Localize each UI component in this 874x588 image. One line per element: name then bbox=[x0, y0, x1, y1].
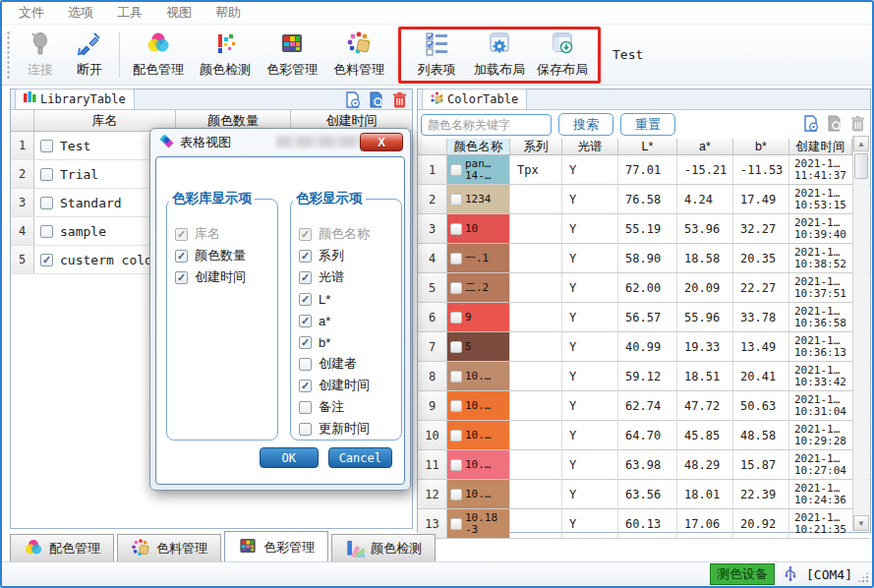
list-items-button[interactable]: 列表项 bbox=[405, 29, 468, 82]
checkbox[interactable] bbox=[175, 228, 188, 241]
dialog-checkbox-item[interactable]: b* bbox=[299, 331, 401, 353]
vertical-scrollbar[interactable]: ▲ ▼ bbox=[852, 136, 869, 531]
color-match-manage-button[interactable]: 配色管理 bbox=[125, 29, 192, 82]
color-row[interactable]: 11 10.… Y 63.98 48.29 15.87 2021-1… 10:2… bbox=[418, 450, 870, 480]
col-a[interactable]: a* bbox=[677, 139, 733, 155]
scroll-down-button[interactable]: ▼ bbox=[853, 515, 869, 531]
checkbox[interactable] bbox=[299, 336, 312, 349]
scroll-thumb[interactable] bbox=[854, 153, 868, 179]
dialog-checkbox-item[interactable]: 光谱 bbox=[299, 266, 401, 288]
colorant-manage-button[interactable]: 色料管理 bbox=[325, 29, 392, 82]
dialog-checkbox-item[interactable]: 颜色名称 bbox=[299, 223, 401, 245]
color-row[interactable]: 8 10.… Y 59.12 18.51 20.41 2021-1… 10:33… bbox=[418, 362, 870, 391]
dialog-checkbox-item[interactable]: L* bbox=[299, 288, 401, 310]
color-row-checkbox[interactable] bbox=[450, 518, 462, 530]
checkbox[interactable] bbox=[299, 315, 312, 327]
add-color-icon[interactable] bbox=[802, 115, 819, 135]
color-row-checkbox[interactable] bbox=[450, 371, 462, 382]
checkbox[interactable] bbox=[299, 358, 312, 371]
checkbox[interactable] bbox=[299, 401, 312, 414]
tab-color-matching[interactable]: 配色管理 bbox=[10, 534, 114, 563]
color-row-checkbox[interactable] bbox=[450, 282, 462, 294]
checkbox[interactable] bbox=[175, 271, 188, 284]
dialog-checkbox-item[interactable]: a* bbox=[299, 310, 401, 331]
dialog-checkbox-item[interactable]: 库名 bbox=[175, 223, 277, 245]
dialog-checkbox-item[interactable]: 系列 bbox=[299, 245, 401, 266]
dialog-checkbox-item[interactable]: 创建者 bbox=[299, 353, 401, 375]
color-row-checkbox[interactable] bbox=[450, 164, 462, 176]
tab-library-table[interactable]: LibraryTable bbox=[15, 88, 135, 109]
color-manage-button[interactable]: 色彩管理 bbox=[259, 29, 325, 82]
delete-library-icon[interactable] bbox=[391, 91, 408, 111]
dialog-titlebar[interactable]: 表格视图 X bbox=[150, 129, 410, 155]
library-row-checkbox[interactable] bbox=[40, 254, 53, 266]
resize-grip[interactable] bbox=[857, 571, 869, 583]
col-spectrum[interactable]: 光谱 bbox=[562, 139, 618, 155]
color-row-checkbox[interactable] bbox=[450, 489, 462, 500]
view-library-icon[interactable] bbox=[368, 91, 384, 111]
menu-item[interactable]: 帮助 bbox=[206, 2, 250, 24]
checkbox[interactable] bbox=[299, 293, 312, 306]
menu-item[interactable]: 文件 bbox=[10, 2, 53, 24]
disconnect-button[interactable]: 断开 bbox=[65, 29, 114, 82]
library-row-checkbox[interactable] bbox=[40, 168, 53, 181]
color-row[interactable]: 10 10.… Y 64.70 45.85 48.58 2021-1… 10:2… bbox=[418, 421, 870, 450]
dialog-checkbox-item[interactable]: 创建时间 bbox=[299, 375, 401, 396]
col-L[interactable]: L* bbox=[618, 139, 677, 155]
cancel-button[interactable]: Cancel bbox=[328, 447, 392, 468]
color-row[interactable]: 13 10.18 -3 Y 60.13 17.06 20.92 2021-1… … bbox=[418, 509, 870, 539]
library-row-checkbox[interactable] bbox=[40, 225, 53, 238]
color-row-checkbox[interactable] bbox=[450, 400, 462, 412]
dialog-checkbox-item[interactable]: 创建时间 bbox=[175, 266, 277, 288]
color-row[interactable]: 4 一.1 Y 58.90 18.58 20.35 2021-1… 10:38:… bbox=[418, 244, 870, 273]
dialog-checkbox-item[interactable]: 颜色数量 bbox=[175, 245, 277, 266]
menu-item[interactable]: 工具 bbox=[108, 2, 151, 24]
checkbox[interactable] bbox=[175, 250, 188, 263]
checkbox[interactable] bbox=[299, 271, 312, 284]
library-row-checkbox[interactable] bbox=[40, 197, 53, 209]
tab-color-manage[interactable]: 色彩管理 bbox=[224, 531, 328, 563]
tab-color-detect[interactable]: 颜色检测 bbox=[331, 534, 436, 563]
menu-item[interactable]: 视图 bbox=[157, 2, 201, 24]
color-row[interactable]: 2 1234 Y 76.58 4.24 17.49 2021-1… 10:53:… bbox=[418, 185, 870, 214]
load-layout-button[interactable]: 加载布局 bbox=[468, 29, 531, 82]
dialog-close-button[interactable]: X bbox=[360, 133, 403, 151]
col-b[interactable]: b* bbox=[733, 139, 789, 155]
ok-button[interactable]: OK bbox=[260, 447, 319, 468]
col-color-name[interactable]: 颜色名称 bbox=[447, 139, 510, 155]
library-row-checkbox[interactable] bbox=[40, 140, 53, 152]
tab-color-table[interactable]: ColorTable bbox=[422, 88, 527, 109]
search-button[interactable]: 搜索 bbox=[558, 113, 613, 136]
checkbox[interactable] bbox=[299, 250, 312, 263]
color-row-checkbox[interactable] bbox=[450, 459, 462, 471]
color-row[interactable]: 9 10.… Y 62.74 47.72 50.63 2021-1… 10:31… bbox=[418, 391, 870, 421]
color-row-checkbox[interactable] bbox=[450, 194, 462, 206]
col-created[interactable]: 创建时间 bbox=[789, 139, 852, 155]
checkbox[interactable] bbox=[299, 228, 312, 241]
scroll-up-button[interactable]: ▲ bbox=[853, 136, 869, 151]
toolbar-grip[interactable] bbox=[6, 30, 12, 80]
color-row-checkbox[interactable] bbox=[450, 341, 462, 353]
tab-colorant-manage[interactable]: 色料管理 bbox=[117, 534, 221, 563]
dialog-checkbox-item[interactable]: 更新时间 bbox=[299, 418, 401, 440]
save-layout-button[interactable]: 保存布局 bbox=[531, 29, 594, 82]
color-row[interactable]: 3 10 Y 55.19 53.96 32.27 2021-1… 10:39:4… bbox=[418, 214, 870, 244]
color-detect-button[interactable]: 颜色检测 bbox=[192, 29, 259, 82]
color-row[interactable]: 5 二.2 Y 62.00 20.09 22.27 2021-1… 10:37:… bbox=[418, 273, 870, 303]
color-row[interactable]: 1 pan… 14-… Tpx Y 77.01 -15.21 -11.53 20… bbox=[418, 155, 870, 185]
add-library-icon[interactable] bbox=[344, 91, 361, 111]
color-row[interactable]: 12 10.… Y 63.56 18.01 22.39 2021-1… 10:2… bbox=[418, 480, 870, 509]
color-row-checkbox[interactable] bbox=[450, 223, 462, 235]
checkbox[interactable] bbox=[299, 423, 312, 436]
dialog-checkbox-item[interactable]: 备注 bbox=[299, 396, 401, 418]
search-input[interactable] bbox=[421, 114, 552, 136]
color-row-checkbox[interactable] bbox=[450, 253, 462, 265]
color-row[interactable]: 6 9 Y 56.57 55.96 33.78 2021-1… 10:36:58 bbox=[418, 303, 870, 332]
menu-item[interactable]: 选项 bbox=[59, 2, 102, 24]
color-row-checkbox[interactable] bbox=[450, 430, 462, 441]
reset-button[interactable]: 重置 bbox=[620, 113, 675, 136]
col-series[interactable]: 系列 bbox=[510, 139, 562, 155]
color-row-checkbox[interactable] bbox=[450, 312, 462, 323]
color-row[interactable]: 7 5 Y 40.99 19.33 13.49 2021-1… 10:36:13 bbox=[418, 332, 870, 362]
checkbox[interactable] bbox=[299, 380, 312, 392]
